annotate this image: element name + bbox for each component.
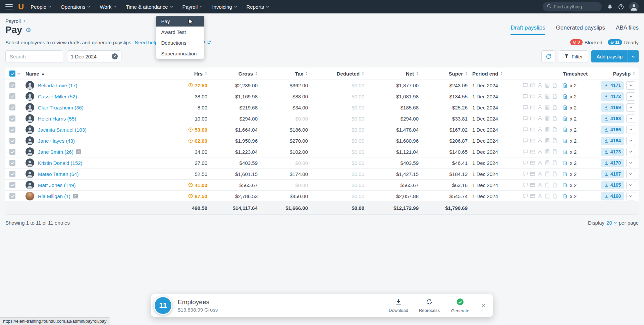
employee-link[interactable]: Mateo Taman (64) (38, 171, 78, 177)
payslip-dropdown[interactable] (626, 170, 635, 178)
select-dropdown-icon[interactable] (17, 73, 20, 75)
employee-icon[interactable] (537, 105, 543, 110)
generate-button[interactable]: Generate (447, 298, 473, 313)
calculator-icon[interactable] (545, 127, 550, 132)
employee-link[interactable]: Matt Jones (149) (38, 182, 76, 188)
employee-icon[interactable] (537, 94, 543, 99)
clear-date-icon[interactable]: ✕ (112, 53, 118, 59)
payslip-badge[interactable]: 4169 (601, 103, 624, 112)
column-header-hrs[interactable]: Hrs▲▼ (174, 71, 211, 77)
note-icon[interactable] (552, 83, 557, 88)
payslip-badge[interactable]: 4168 (601, 192, 624, 200)
employee-link[interactable]: Helen Harris (55) (38, 116, 76, 122)
user-avatar[interactable] (629, 2, 639, 11)
employee-icon[interactable] (537, 171, 543, 177)
add-payslip-button[interactable]: Add payslip (591, 50, 639, 62)
payslip-dropdown[interactable] (626, 81, 635, 90)
breadcrumb-payroll[interactable]: Payroll (5, 18, 21, 24)
payment-card-icon[interactable] (530, 160, 535, 166)
refresh-button[interactable] (541, 50, 555, 62)
payment-card-icon[interactable] (530, 83, 535, 88)
calculator-icon[interactable] (545, 83, 550, 88)
nav-item-operations[interactable]: Operations (61, 0, 90, 13)
comment-icon[interactable] (523, 116, 528, 121)
note-icon[interactable] (552, 94, 557, 99)
settings-gear-icon[interactable]: ⚙ (25, 26, 31, 34)
payslip-dropdown[interactable] (626, 159, 635, 167)
notifications-bell-icon[interactable] (607, 4, 613, 10)
employee-icon[interactable] (537, 182, 543, 188)
row-checkbox[interactable] (9, 127, 15, 133)
payslip-badge[interactable]: 4167 (601, 170, 624, 178)
note-icon[interactable] (552, 138, 557, 143)
app-logo[interactable]: U (18, 3, 24, 11)
payment-card-icon[interactable] (530, 171, 535, 177)
payslip-dropdown[interactable] (626, 192, 635, 200)
download-button[interactable]: Download (386, 298, 411, 313)
row-checkbox[interactable] (9, 82, 15, 88)
employee-link[interactable]: Jane Smith (26) (38, 149, 73, 155)
timesheet-cell[interactable]: x 2 (562, 138, 592, 144)
employee-icon[interactable] (537, 193, 543, 199)
calculator-icon[interactable] (545, 171, 550, 177)
note-icon[interactable] (552, 127, 557, 132)
payment-card-icon[interactable] (530, 149, 535, 154)
employee-icon[interactable] (537, 116, 543, 121)
comment-icon[interactable] (523, 193, 528, 199)
nav-item-reports[interactable]: Reports (247, 0, 269, 13)
column-header-timesheet[interactable]: Timesheet (562, 71, 592, 77)
row-checkbox[interactable] (9, 93, 15, 99)
row-checkbox[interactable] (9, 160, 15, 166)
employee-link[interactable]: Clair Truasheim (36) (38, 105, 84, 110)
nav-item-payroll[interactable]: PayrollPayAward TestDeductionsSuperannua… (182, 0, 203, 13)
menu-item-deductions[interactable]: Deductions (156, 37, 204, 48)
payment-card-icon[interactable] (530, 116, 535, 121)
calculator-icon[interactable] (545, 94, 550, 99)
payslip-dropdown[interactable] (626, 114, 635, 123)
employee-link[interactable]: Kristin Donald (152) (38, 160, 83, 166)
calculator-icon[interactable] (545, 105, 550, 110)
row-checkbox[interactable] (9, 171, 15, 177)
calculator-icon[interactable] (545, 182, 550, 188)
note-icon[interactable] (552, 193, 557, 199)
payment-card-icon[interactable] (530, 105, 535, 110)
search-input[interactable] (5, 50, 63, 62)
add-payslip-dropdown-icon[interactable] (628, 50, 639, 62)
payslip-dropdown[interactable] (626, 103, 635, 112)
tab-aba-files[interactable]: ABA files (616, 25, 639, 35)
note-icon[interactable] (552, 116, 557, 121)
column-header-deducted[interactable]: Deducted▲▼ (312, 71, 368, 77)
menu-item-superannuation[interactable]: Superannuation (156, 48, 204, 59)
comment-icon[interactable] (523, 138, 528, 143)
note-icon[interactable] (552, 171, 557, 177)
comment-icon[interactable] (523, 160, 528, 166)
payslip-dropdown[interactable] (626, 181, 635, 189)
payment-card-icon[interactable] (530, 193, 535, 199)
payslip-badge[interactable]: 4163 (601, 114, 624, 123)
payment-card-icon[interactable] (530, 94, 535, 99)
help-icon[interactable] (618, 4, 624, 10)
note-icon[interactable] (552, 160, 557, 166)
timesheet-cell[interactable]: x 2 (562, 182, 592, 188)
row-checkbox[interactable] (9, 115, 15, 122)
row-checkbox[interactable] (9, 104, 15, 110)
employee-icon[interactable] (537, 138, 543, 143)
timesheet-cell[interactable]: x 2 (562, 193, 592, 199)
payslip-badge[interactable]: 4170 (601, 159, 624, 167)
employee-icon[interactable] (537, 127, 543, 132)
payslip-badge[interactable]: 4165 (601, 181, 624, 189)
nav-item-time-attendance[interactable]: Time & attendance (126, 0, 173, 13)
comment-icon[interactable] (523, 182, 528, 188)
employee-icon[interactable] (537, 83, 543, 88)
timesheet-cell[interactable]: x 2 (562, 83, 592, 88)
timesheet-cell[interactable]: x 2 (562, 149, 592, 155)
employee-link[interactable]: Cassie Miller (52) (38, 94, 77, 99)
timesheet-cell[interactable]: x 2 (562, 171, 592, 177)
timesheet-cell[interactable]: x 2 (562, 94, 592, 99)
employee-icon[interactable] (537, 160, 543, 166)
timesheet-cell[interactable]: x 2 (562, 116, 592, 122)
note-icon[interactable] (552, 182, 557, 188)
payslip-badge[interactable]: 4172 (601, 92, 624, 101)
employee-link[interactable]: Belinda Love (17) (38, 83, 77, 88)
filter-button[interactable]: Filter (559, 50, 588, 62)
